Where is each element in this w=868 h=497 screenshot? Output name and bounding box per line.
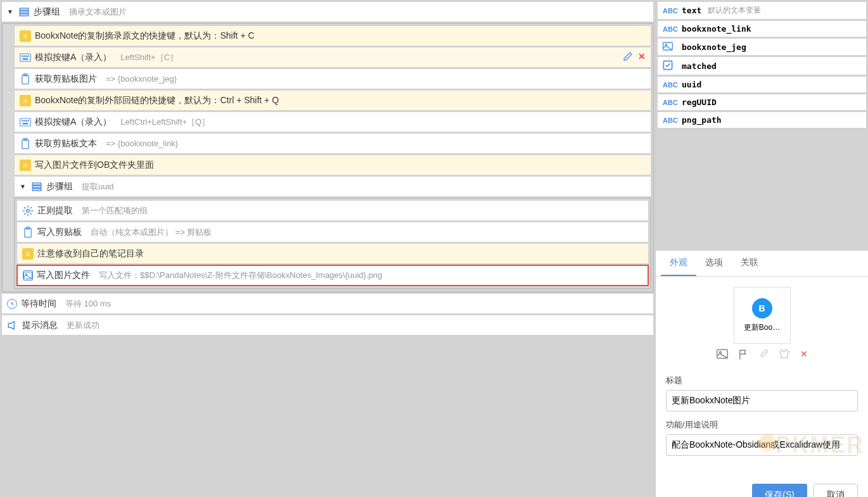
step-label: 写入图片文件到OB文件夹里面 bbox=[35, 160, 154, 171]
step-label: 步骤组 bbox=[34, 6, 60, 18]
var-type-image-icon bbox=[663, 42, 678, 52]
step-note[interactable]: ≡ 注意修改到自己的笔记目录 bbox=[16, 243, 649, 264]
step-group-header-2[interactable]: ▼ 步骤组 提取uuid bbox=[14, 176, 651, 197]
step-clipboard[interactable]: 获取剪贴板图片 => {bookxnote_jeg} bbox=[14, 68, 651, 89]
thumbnail-toolbar: ✕ bbox=[666, 349, 858, 362]
tab-relations[interactable]: 关联 bbox=[732, 251, 767, 276]
delete-icon[interactable]: ✕ bbox=[638, 51, 646, 63]
step-clipboard-write[interactable]: 写入剪贴板 自动（纯文本或图片） => 剪贴板 bbox=[16, 222, 649, 242]
variable-row[interactable]: bookxnote_jeg bbox=[657, 38, 867, 56]
step-note[interactable]: ≡ BookxNote的复制摘录原文的快捷键，默认为：Shift + C bbox=[14, 25, 651, 46]
step-sub: 提取uuid bbox=[82, 181, 114, 192]
step-label: 获取剪贴板文本 bbox=[35, 138, 97, 149]
step-keyboard[interactable]: 模拟按键A（录入） LeftShift+［C］ ✕ bbox=[14, 47, 651, 68]
step-note[interactable]: ≡ 写入图片文件到OB文件夹里面 bbox=[14, 154, 651, 175]
variables-list: ABC text 默认的文本变量 ABC bookxnote_link book… bbox=[656, 0, 868, 251]
svg-rect-23 bbox=[25, 228, 31, 237]
desc-input[interactable] bbox=[666, 434, 858, 456]
right-panel: ABC text 默认的文本变量 ABC bookxnote_link book… bbox=[655, 0, 868, 497]
variable-row[interactable]: ABC png_path bbox=[657, 111, 867, 129]
thumbnail-icon: B bbox=[752, 298, 772, 318]
image-icon[interactable] bbox=[717, 349, 728, 362]
chevron-down-icon[interactable]: ▼ bbox=[20, 183, 27, 190]
var-type-abc: ABC bbox=[663, 116, 678, 124]
var-name: png_path bbox=[682, 115, 722, 125]
step-label: 模拟按键A（录入） bbox=[35, 52, 112, 63]
step-label: 正则提取 bbox=[37, 205, 73, 217]
step-regex[interactable]: 正则提取 第一个匹配项的组 bbox=[16, 200, 649, 221]
step-sub: 写入文件：$$D:\PandaNotes\Z-附件文件存储\BookxNotes… bbox=[99, 270, 382, 281]
step-sub: 第一个匹配项的组 bbox=[82, 205, 148, 217]
property-tabs: 外观 选项 关联 bbox=[656, 251, 868, 277]
edit-icon[interactable] bbox=[623, 51, 633, 63]
svg-rect-9 bbox=[22, 75, 29, 84]
svg-rect-16 bbox=[23, 123, 28, 124]
svg-rect-11 bbox=[20, 118, 31, 126]
clipboard-icon bbox=[22, 227, 34, 238]
step-label: 写入图片文件 bbox=[37, 270, 90, 281]
svg-point-14 bbox=[26, 120, 27, 122]
step-keyboard[interactable]: 模拟按键A（录入） LeftCtrl+LeftShift+［Q］ bbox=[14, 111, 651, 132]
clipboard-icon bbox=[20, 73, 31, 85]
step-label: BookxNote的复制摘录原文的快捷键，默认为：Shift + C bbox=[35, 30, 255, 42]
megaphone-icon bbox=[7, 320, 18, 331]
group-1-container: ≡ BookxNote的复制摘录原文的快捷键，默认为：Shift + C 模拟按… bbox=[1, 23, 654, 293]
step-message[interactable]: 提示消息 更新成功 bbox=[1, 315, 654, 336]
step-label: 写入剪贴板 bbox=[37, 227, 82, 238]
var-desc: 默认的文本变量 bbox=[708, 5, 761, 16]
eyedropper-icon[interactable] bbox=[758, 349, 769, 362]
note-icon: ≡ bbox=[22, 248, 34, 260]
step-image-write[interactable]: 写入图片文件 写入文件：$$D:\PandaNotes\Z-附件文件存储\Boo… bbox=[16, 265, 649, 286]
delete-icon[interactable]: ✕ bbox=[800, 349, 808, 362]
image-icon bbox=[23, 270, 33, 280]
svg-rect-21 bbox=[32, 189, 41, 191]
step-sub: 等待 100 ms bbox=[65, 298, 111, 310]
variable-row[interactable]: ABC bookxnote_link bbox=[657, 20, 867, 37]
chevron-down-icon[interactable]: ▼ bbox=[7, 8, 15, 15]
step-note[interactable]: ≡ BookxNote的复制外部回链的快捷键，默认为：Ctrl + Shift … bbox=[14, 90, 651, 111]
svg-point-13 bbox=[24, 120, 25, 122]
variables-blank-area bbox=[657, 129, 867, 249]
svg-rect-8 bbox=[23, 58, 28, 60]
svg-point-22 bbox=[27, 209, 30, 212]
step-label: 等待时间 bbox=[21, 298, 56, 310]
properties-form: B 更新Boo… ✕ 标题 功能/用途说明 PKMER bbox=[656, 277, 868, 474]
step-label: BookxNote的复制外部回链的快捷键，默认为：Ctrl + Shift + … bbox=[35, 95, 279, 106]
svg-rect-0 bbox=[20, 8, 29, 10]
group-icon bbox=[18, 6, 30, 18]
svg-rect-17 bbox=[22, 139, 29, 148]
var-type-abc: ABC bbox=[663, 99, 678, 106]
step-label: 注意修改到自己的笔记目录 bbox=[37, 248, 144, 260]
save-button[interactable]: 保存(S) bbox=[752, 484, 807, 497]
thumbnail-text: 更新Boo… bbox=[737, 322, 788, 333]
title-label: 标题 bbox=[666, 375, 858, 386]
tab-appearance[interactable]: 外观 bbox=[661, 251, 696, 276]
note-icon: ≡ bbox=[20, 95, 31, 106]
step-sub: 更新成功 bbox=[67, 320, 99, 331]
variable-row[interactable]: ABC text 默认的文本变量 bbox=[657, 1, 867, 20]
cancel-button[interactable]: 取消 bbox=[814, 484, 858, 497]
var-name: regUUID bbox=[682, 98, 717, 107]
flag-icon[interactable] bbox=[738, 349, 748, 362]
shirt-icon[interactable] bbox=[779, 349, 790, 362]
title-input[interactable] bbox=[666, 390, 858, 412]
step-label: 获取剪贴板图片 bbox=[35, 73, 97, 85]
group-icon bbox=[31, 181, 42, 192]
step-clipboard[interactable]: 获取剪贴板文本 => {bookxnote_link} bbox=[14, 133, 651, 154]
step-group-header[interactable]: ▼ 步骤组 摘录文本或图片 bbox=[1, 1, 654, 22]
svg-point-5 bbox=[24, 56, 25, 57]
thumbnail-preview[interactable]: B 更新Boo… bbox=[734, 287, 791, 344]
variable-row[interactable]: ABC uuid bbox=[657, 76, 867, 93]
variable-row[interactable]: matched bbox=[657, 56, 867, 75]
var-name: text bbox=[682, 6, 701, 15]
step-wait[interactable]: 等待时间 等待 100 ms bbox=[1, 293, 654, 314]
step-sub: => {bookxnote_link} bbox=[106, 139, 178, 148]
steps-panel: ▼ 步骤组 摘录文本或图片 ≡ BookxNote的复制摘录原文的快捷键，默认为… bbox=[0, 0, 655, 497]
variable-row[interactable]: ABC regUUID bbox=[657, 94, 867, 111]
var-name: uuid bbox=[682, 80, 701, 89]
var-type-check-icon bbox=[663, 60, 678, 72]
tab-options[interactable]: 选项 bbox=[696, 251, 732, 276]
step-sub: 摘录文本或图片 bbox=[69, 6, 127, 18]
svg-rect-20 bbox=[32, 186, 41, 187]
svg-rect-3 bbox=[20, 54, 31, 61]
